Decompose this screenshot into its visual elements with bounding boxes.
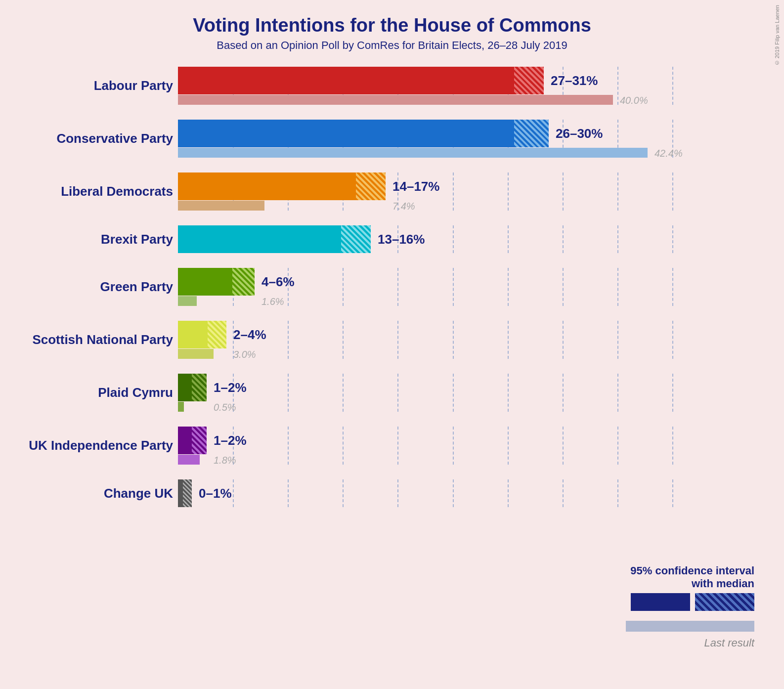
range-label: 1–2%: [214, 380, 247, 395]
bars-wrapper: 27–31%40.0%: [178, 67, 613, 105]
bar-hatched: [192, 374, 207, 401]
range-label: 2–4%: [233, 327, 266, 343]
prev-bar: [178, 455, 200, 465]
prev-bar: [178, 95, 613, 105]
chart-subtitle: Based on an Opinion Poll by ComRes for B…: [20, 39, 764, 52]
bar-hatched: [208, 321, 226, 348]
prev-bar: [178, 349, 214, 359]
prev-bar: [178, 402, 184, 412]
party-label: Labour Party: [20, 78, 173, 93]
prev-label: 1.8%: [214, 455, 236, 466]
prev-label: 3.0%: [233, 349, 256, 360]
chart-container: Voting Intentions for the House of Commo…: [0, 0, 784, 689]
prev-label: 40.0%: [620, 95, 648, 106]
bar-hatched: [514, 120, 549, 147]
party-group: Conservative Party26–30%42.4%: [178, 120, 764, 162]
range-label: 13–16%: [378, 232, 425, 247]
party-label: Change UK: [20, 486, 173, 501]
party-label: Plaid Cymru: [20, 385, 173, 400]
main-bar: 13–16%: [178, 225, 371, 253]
range-label: 26–30%: [556, 126, 603, 141]
prev-bar-row: 40.0%: [178, 95, 613, 105]
party-group: Change UK0–1%: [178, 479, 764, 511]
party-label: UK Independence Party: [20, 438, 173, 453]
main-bar: 1–2%: [178, 374, 207, 401]
bars-wrapper: 0–1%: [178, 479, 192, 507]
bar-solid: [178, 427, 192, 454]
prev-bar: [178, 201, 264, 211]
main-bar: 26–30%: [178, 120, 648, 147]
main-bar: 0–1%: [178, 479, 192, 507]
bar-row: UK Independence Party1–2%1.8%: [178, 427, 764, 465]
main-bar: 14–17%: [178, 172, 386, 200]
bars-wrapper: 1–2%1.8%: [178, 427, 207, 465]
bar-solid: [178, 479, 183, 507]
bar-row: Green Party4–6%1.6%: [178, 268, 764, 306]
prev-label: 1.6%: [261, 296, 284, 307]
bar-solid: [178, 67, 514, 94]
bar-row: Scottish National Party2–4%3.0%: [178, 321, 764, 359]
bar-row: Liberal Democrats14–17%7.4%: [178, 172, 764, 211]
legend-ci-title: 95% confidence interval with median: [630, 564, 754, 590]
bar-row: Brexit Party13–16%: [178, 225, 764, 253]
legend-items: [631, 593, 754, 611]
party-label: Liberal Democrats: [20, 184, 173, 199]
bar-hatched: [356, 172, 386, 200]
main-bar: 4–6%: [178, 268, 255, 296]
party-group: Labour Party27–31%40.0%: [178, 67, 764, 109]
bar-solid: [178, 268, 232, 296]
prev-label: 7.4%: [392, 201, 415, 212]
legend-ci-solid: [631, 593, 690, 611]
chart-title: Voting Intentions for the House of Commo…: [20, 15, 764, 36]
bars-wrapper: 4–6%1.6%: [178, 268, 255, 306]
prev-bar-row: 7.4%: [178, 201, 386, 211]
party-group: UK Independence Party1–2%1.8%: [178, 427, 764, 469]
prev-bar: [178, 148, 648, 158]
party-label: Scottish National Party: [20, 332, 173, 347]
bars-wrapper: 26–30%42.4%: [178, 120, 648, 158]
main-bar: 27–31%: [178, 67, 613, 94]
bar-hatched: [192, 427, 207, 454]
bar-hatched: [232, 268, 255, 296]
chart-area: Labour Party27–31%40.0%Conservative Part…: [20, 67, 764, 522]
bars-wrapper: 13–16%: [178, 225, 371, 253]
bar-hatched: [183, 479, 192, 507]
prev-bar: [178, 296, 197, 306]
party-group: Green Party4–6%1.6%: [178, 268, 764, 310]
range-label: 0–1%: [199, 486, 232, 501]
bars-wrapper: 1–2%0.5%: [178, 374, 207, 412]
bars-wrapper: 2–4%3.0%: [178, 321, 226, 359]
prev-bar-row: 42.4%: [178, 148, 648, 158]
bar-hatched: [514, 67, 544, 94]
main-bar: 2–4%: [178, 321, 226, 348]
range-label: 14–17%: [392, 179, 439, 194]
prev-bar-row: 1.6%: [178, 296, 255, 306]
prev-bar-row: 0.5%: [178, 402, 207, 412]
legend-last-label: Last result: [704, 637, 755, 649]
bar-solid: [178, 225, 341, 253]
bar-solid: [178, 172, 356, 200]
bars-wrapper: 14–17%7.4%: [178, 172, 386, 211]
main-bar: 1–2%: [178, 427, 207, 454]
bar-solid: [178, 120, 514, 147]
party-group: Plaid Cymru1–2%0.5%: [178, 374, 764, 416]
copyright: © 2019 Filip van Laenen: [774, 5, 780, 66]
prev-label: 42.4%: [654, 148, 683, 159]
bar-solid: [178, 321, 208, 348]
party-group: Scottish National Party2–4%3.0%: [178, 321, 764, 363]
legend-last-bar: [626, 621, 754, 632]
bar-row: Change UK0–1%: [178, 479, 764, 507]
bar-hatched: [341, 225, 371, 253]
party-label: Brexit Party: [20, 232, 173, 247]
prev-label: 0.5%: [214, 402, 236, 413]
party-label: Conservative Party: [20, 131, 173, 146]
range-label: 4–6%: [261, 274, 295, 290]
prev-bar-row: 1.8%: [178, 455, 207, 465]
party-group: Brexit Party13–16%: [178, 225, 764, 257]
prev-bar-row: 3.0%: [178, 349, 226, 359]
bar-row: Labour Party27–31%40.0%: [178, 67, 764, 105]
party-group: Liberal Democrats14–17%7.4%: [178, 172, 764, 215]
bar-solid: [178, 374, 192, 401]
bar-row: Conservative Party26–30%42.4%: [178, 120, 764, 158]
legend: 95% confidence interval with median Last…: [626, 564, 754, 649]
